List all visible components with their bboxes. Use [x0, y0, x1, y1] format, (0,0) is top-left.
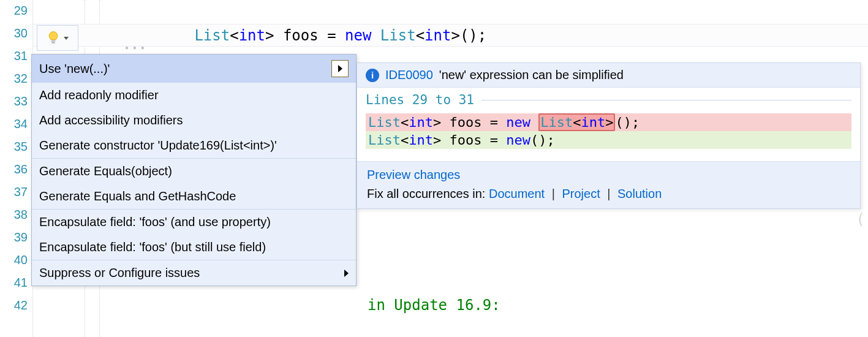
chevron-right-icon [338, 65, 342, 72]
diff-added-line: List<int> foos = new(); [366, 131, 851, 149]
line-number: 34 [14, 117, 28, 131]
line-number: 36 [14, 162, 28, 176]
gutter: 29 30 31 32 33 34 35 36 37 38 39 40 41 4… [0, 0, 33, 337]
preview-lines-header: Lines 29 to 31 [357, 88, 860, 110]
menu-item-generate-equals[interactable]: Generate Equals(object) [32, 159, 356, 184]
menu-item-add-accessibility[interactable]: Add accessibility modifiers [32, 108, 356, 133]
menu-item-suppress-configure[interactable]: Suppress or Configure issues [32, 260, 356, 286]
svg-rect-0 [51, 40, 56, 42]
quick-actions-button[interactable] [37, 25, 78, 51]
code-line-30[interactable]: List<int> foos = new List<int>(); [33, 24, 868, 47]
brace-match-hint: ( [856, 211, 865, 228]
diagnostic-message: 'new' expression can be simplified [439, 68, 624, 82]
menu-item-add-readonly[interactable]: Add readonly modifier [32, 83, 356, 108]
preview-changes-link[interactable]: Preview changes [367, 168, 460, 181]
preview-panel: i IDE0090 'new' expression can be simpli… [357, 62, 861, 209]
line-number: 38 [14, 208, 28, 222]
menu-item-encapsulate-field[interactable]: Encapsulate field: 'foos' (but still use… [32, 235, 356, 260]
menu-item-generate-equals-hashcode[interactable]: Generate Equals and GetHashCode [32, 184, 356, 209]
line-number: 30 [14, 26, 28, 40]
horizontal-rule [481, 100, 851, 100]
chevron-down-icon [64, 37, 69, 40]
line-number: 32 [14, 72, 28, 86]
submenu-indicator [331, 60, 349, 77]
svg-rect-1 [51, 42, 55, 44]
lightbulb-icon [47, 31, 60, 45]
removed-token: List<int> [538, 113, 615, 131]
line-number: 33 [14, 94, 28, 108]
line-number: 41 [14, 276, 28, 290]
collapse-hint-icon: ● ● ● [125, 44, 146, 51]
diagnostic-id[interactable]: IDE0090 [385, 68, 433, 82]
fix-project-link[interactable]: Project [562, 187, 600, 200]
line-number: 35 [14, 140, 28, 154]
line-number: 39 [14, 230, 28, 244]
line-number: 42 [14, 298, 28, 312]
line-number: 29 [14, 4, 28, 18]
info-icon: i [366, 69, 379, 82]
menu-item-encapsulate-property[interactable]: Encapsulate field: 'foos' (and use prope… [32, 210, 356, 235]
preview-header: i IDE0090 'new' expression can be simpli… [357, 63, 860, 88]
line-number: 37 [14, 185, 28, 199]
preview-footer: Preview changes Fix all occurrences in: … [357, 161, 860, 208]
fix-all-label: Fix all occurrences in: [367, 187, 485, 200]
diff-preview: List<int> foos = new List<int>(); List<i… [357, 110, 860, 161]
quick-actions-menu: Use 'new(...)' Add readonly modifier Add… [31, 54, 357, 286]
menu-item-use-new[interactable]: Use 'new(...)' [32, 55, 356, 83]
fix-solution-link[interactable]: Solution [617, 187, 662, 200]
menu-item-generate-constructor[interactable]: Generate constructor 'Update169(List<int… [32, 133, 356, 158]
fix-document-link[interactable]: Document [489, 187, 545, 200]
context-text: in Update 16.9: [368, 297, 500, 314]
line-number: 31 [14, 49, 28, 63]
line-number: 40 [14, 253, 28, 267]
diff-removed-line: List<int> foos = new List<int>(); [366, 113, 851, 131]
chevron-right-icon [344, 270, 349, 277]
